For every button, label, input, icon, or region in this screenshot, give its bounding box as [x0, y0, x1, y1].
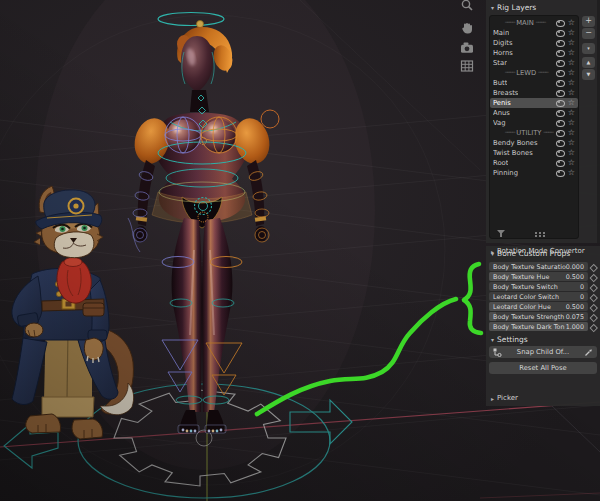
panel-title: Rig Layers — [497, 3, 536, 12]
collapsed-panel-header[interactable]: ▸ Rotation Mode Convertor — [491, 246, 585, 256]
chevron-right-icon: ▸ — [491, 248, 494, 255]
zoom-icon[interactable] — [459, 0, 475, 14]
list-move-down-button[interactable]: ▼ — [582, 69, 595, 80]
prop-slider[interactable]: Body Texture Saturatio 0.000 — [489, 262, 588, 271]
favorite-star-icon[interactable]: ☆ — [568, 149, 575, 157]
camera-icon[interactable] — [459, 40, 475, 56]
visibility-eye-icon[interactable] — [556, 40, 565, 47]
rig-layer-label: MAIN — [493, 19, 547, 27]
favorite-star-icon[interactable]: ☆ — [568, 39, 575, 47]
favorite-star-icon[interactable]: ☆ — [568, 109, 575, 117]
snap-child-of-button[interactable]: Snap Child Of... — [489, 346, 597, 358]
list-specials-button[interactable]: ▾ — [582, 43, 595, 54]
animate-decorator-icon[interactable] — [588, 292, 597, 301]
visibility-eye-icon[interactable] — [556, 70, 565, 77]
rig-layer-row[interactable]: LEWD ☆ — [490, 68, 578, 78]
button-label: Reset All Pose — [519, 364, 566, 372]
visibility-eye-icon[interactable] — [556, 80, 565, 87]
prop-value: 0 — [580, 283, 584, 291]
favorite-star-icon[interactable]: ☆ — [568, 159, 575, 167]
favorite-star-icon[interactable]: ☆ — [568, 89, 575, 97]
animate-decorator-icon[interactable] — [588, 302, 597, 311]
animate-decorator-icon[interactable] — [588, 282, 597, 291]
orthographic-grid-icon[interactable] — [459, 58, 475, 74]
rig-layers-header[interactable]: ▾ Rig Layers — [491, 2, 536, 13]
animate-decorator-icon[interactable] — [588, 312, 597, 321]
list-move-up-button[interactable]: ▲ — [582, 57, 595, 68]
list-add-button[interactable]: + — [582, 16, 595, 27]
settings-header[interactable]: ▾ Settings — [491, 334, 528, 345]
prop-slider[interactable]: Body Texture Dark Ton 1.000 — [489, 322, 588, 331]
rig-layer-row[interactable]: Breasts ☆ — [490, 88, 578, 98]
rig-layer-label: Digits — [493, 39, 513, 47]
rig-layer-row[interactable]: Horns ☆ — [490, 48, 578, 58]
visibility-eye-icon[interactable] — [556, 160, 565, 167]
rig-layer-row[interactable]: MAIN ☆ — [490, 18, 578, 28]
visibility-eye-icon[interactable] — [556, 130, 565, 137]
pan-hand-icon[interactable] — [459, 20, 475, 36]
rig-layer-row[interactable]: Star ☆ — [490, 58, 578, 68]
prop-slider[interactable]: Leotard Color Switch 0 — [489, 292, 588, 301]
favorite-star-icon[interactable]: ☆ — [568, 119, 575, 127]
rig-layer-row[interactable]: Root ☆ — [490, 158, 578, 168]
filter-icon[interactable] — [497, 230, 505, 237]
visibility-eye-icon[interactable] — [556, 140, 565, 147]
visibility-eye-icon[interactable] — [556, 90, 565, 97]
prop-label: Body Texture Strength — [493, 313, 564, 321]
visibility-eye-icon[interactable] — [556, 150, 565, 157]
rig-layer-row[interactable]: Twist Bones ☆ — [490, 148, 578, 158]
rig-layer-label: UTILITY — [493, 129, 555, 137]
visibility-eye-icon[interactable] — [556, 50, 565, 57]
prop-slider[interactable]: Body Texture Switch 0 — [489, 282, 588, 291]
rig-layer-row[interactable]: Bendy Bones ☆ — [490, 138, 578, 148]
collapsed-panel-header[interactable]: ▸ Picker — [491, 393, 518, 403]
visibility-eye-icon[interactable] — [556, 100, 565, 107]
prop-slider[interactable]: Leotard Color Hue 0.500 — [489, 302, 588, 311]
prop-value: 0.075 — [566, 313, 584, 321]
rig-layer-label: Horns — [493, 49, 513, 57]
rig-layer-row[interactable]: Butt ☆ — [490, 78, 578, 88]
favorite-star-icon[interactable]: ☆ — [568, 79, 575, 87]
animate-decorator-icon[interactable] — [588, 262, 597, 271]
chevron-down-icon: ▾ — [491, 4, 494, 11]
rig-layer-row[interactable]: Main ☆ — [490, 28, 578, 38]
prop-value: 0 — [580, 293, 584, 301]
visibility-eye-icon[interactable] — [556, 30, 565, 37]
rig-layer-row[interactable]: UTILITY ☆ — [490, 128, 578, 138]
resize-grip-handle[interactable] — [535, 232, 537, 234]
favorite-star-icon[interactable]: ☆ — [568, 59, 575, 67]
visibility-eye-icon[interactable] — [556, 120, 565, 127]
favorite-star-icon[interactable]: ☆ — [568, 129, 575, 137]
favorite-star-icon[interactable]: ☆ — [568, 99, 575, 107]
prop-value: 0.000 — [566, 263, 584, 271]
rig-layer-label: Pinning — [493, 169, 518, 177]
rig-layer-label: LEWD — [493, 69, 550, 77]
rig-layer-row[interactable]: Anus ☆ — [490, 108, 578, 118]
list-remove-button[interactable]: − — [582, 28, 595, 39]
rig-layer-row[interactable]: Penis ☆ — [490, 98, 578, 108]
visibility-eye-icon[interactable] — [556, 170, 565, 177]
chevron-right-icon: ▸ — [491, 395, 494, 402]
visibility-eye-icon[interactable] — [556, 20, 565, 27]
visibility-eye-icon[interactable] — [556, 60, 565, 67]
favorite-star-icon[interactable]: ☆ — [568, 169, 575, 177]
animate-decorator-icon[interactable] — [588, 272, 597, 281]
eyedropper-icon[interactable] — [584, 348, 593, 359]
rig-layer-row[interactable]: Pinning ☆ — [490, 168, 578, 178]
rig-layers-listbox[interactable]: MAIN ☆ Main ☆ Digits ☆ — [489, 15, 579, 239]
favorite-star-icon[interactable]: ☆ — [568, 49, 575, 57]
favorite-star-icon[interactable]: ☆ — [568, 29, 575, 37]
rig-layer-label: Star — [493, 59, 507, 67]
visibility-eye-icon[interactable] — [556, 110, 565, 117]
favorite-star-icon[interactable]: ☆ — [568, 69, 575, 77]
favorite-star-icon[interactable]: ☆ — [568, 19, 575, 27]
prop-slider[interactable]: Body Texture Strength 0.075 — [489, 312, 588, 321]
favorite-star-icon[interactable]: ☆ — [568, 139, 575, 147]
rig-layer-row[interactable]: Vag ☆ — [490, 118, 578, 128]
panel-title: Picker — [497, 394, 518, 402]
reset-all-pose-button[interactable]: Reset All Pose — [489, 362, 597, 374]
chevron-down-icon: ▾ — [491, 336, 494, 343]
animate-decorator-icon[interactable] — [588, 322, 597, 331]
rig-layer-row[interactable]: Digits ☆ — [490, 38, 578, 48]
prop-slider[interactable]: Body Texture Hue 0.500 — [489, 272, 588, 281]
